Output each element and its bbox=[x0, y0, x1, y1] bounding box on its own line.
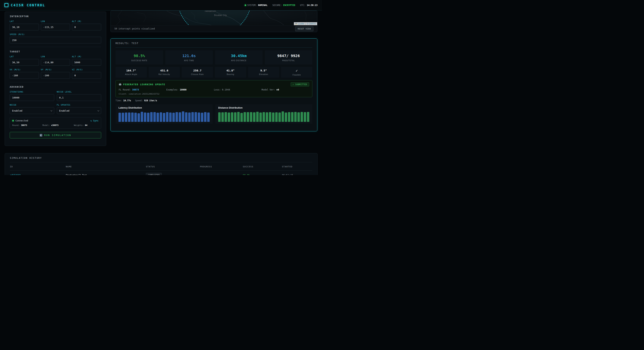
target-lon-input[interactable] bbox=[41, 59, 70, 66]
target-vx-label: VX (M/S) bbox=[10, 68, 39, 71]
interceptor-lat-input[interactable] bbox=[10, 24, 39, 30]
fl-examples-label: Examples: bbox=[166, 88, 178, 91]
noise-level-input[interactable] bbox=[57, 94, 101, 101]
control-panel: INTERCEPTOR LAT LON ALT (M) SPEED (M/S) … bbox=[5, 12, 106, 146]
histogram-bar bbox=[188, 112, 191, 122]
histogram-bar bbox=[172, 113, 175, 122]
interceptor-speed-label: SPEED (M/S) bbox=[10, 33, 101, 36]
histogram-bar bbox=[218, 112, 221, 122]
results-panel: RESULTS: TEST 98.5% SUCCESS RATE 121.6s … bbox=[110, 39, 317, 131]
engagement-range-ring bbox=[177, 11, 252, 25]
history-title: SIMULATION HISTORY bbox=[10, 156, 312, 159]
fl-updates-select-label: FL UPDATES bbox=[57, 104, 101, 106]
histogram-bar bbox=[141, 112, 143, 122]
histogram-bar bbox=[269, 112, 271, 122]
stat-success-rate: 98.5% SUCCESS RATE bbox=[116, 50, 163, 65]
histogram-bar bbox=[122, 113, 124, 122]
app-title: C4ISR CONTROL bbox=[11, 3, 45, 7]
fl-connection-status: Connected ↻ Sync Round: 38873 Model: v38… bbox=[10, 117, 101, 128]
check-icon: ✓ bbox=[296, 69, 298, 73]
map-city-label-boulder-city: Boulder City bbox=[214, 14, 227, 17]
histogram-bar bbox=[291, 112, 294, 122]
histogram-bar bbox=[288, 112, 290, 122]
stat-label: Closure Rate bbox=[191, 73, 204, 75]
run-simulation-button[interactable]: ▶ RUN SIMULATION bbox=[10, 132, 101, 138]
header-row-divider bbox=[10, 170, 312, 170]
noise-select[interactable]: Enabled bbox=[10, 107, 54, 114]
top-header: C4ISR CONTROL SYSTEM: NOMINAL SECURE: EN… bbox=[0, 0, 322, 11]
interceptor-speed-input[interactable] bbox=[10, 37, 101, 44]
col-id: ID bbox=[10, 165, 66, 168]
latency-distribution-chart: Latency Distribution bbox=[116, 104, 212, 124]
model-label: Model: bbox=[42, 124, 50, 126]
utc-label: UTC: bbox=[300, 4, 306, 7]
histogram-bar bbox=[118, 113, 121, 122]
target-lat-input[interactable] bbox=[10, 59, 39, 66]
target-vz-input[interactable] bbox=[72, 72, 101, 79]
reset-view-button[interactable]: RESET VIEW bbox=[295, 26, 314, 31]
advanced-section-title: ADVANCED bbox=[10, 85, 101, 88]
histogram-bar bbox=[134, 113, 137, 122]
stat-value: 98.5% bbox=[134, 54, 145, 58]
sync-button[interactable]: ↻ Sync bbox=[90, 119, 98, 122]
attr-separator: | bbox=[305, 23, 306, 25]
time-label: Time: bbox=[116, 99, 122, 102]
stat-feasible: ✓ Feasible bbox=[281, 67, 312, 78]
fl-model-ver-value: v0 bbox=[276, 88, 279, 91]
interceptor-lat-label: LAT bbox=[10, 20, 39, 22]
histogram-bar bbox=[282, 111, 284, 122]
stat-label: AVG DISTANCE bbox=[231, 60, 246, 62]
results-title: RESULTS: TEST bbox=[116, 42, 312, 45]
iterations-label: ITERATIONS bbox=[10, 91, 54, 93]
robot-icon bbox=[119, 83, 122, 86]
stat-rel-velocity: 451.6 Rel Velocity bbox=[149, 67, 180, 78]
model-value: v38873 bbox=[51, 124, 58, 126]
distance-distribution-chart: Distance Distribution bbox=[215, 104, 312, 124]
histogram-bar bbox=[131, 112, 134, 122]
secure-label: SECURE: bbox=[272, 4, 282, 7]
latency-histogram-bars bbox=[118, 111, 210, 122]
histogram-bar bbox=[260, 112, 262, 122]
histogram-bar bbox=[191, 112, 194, 122]
map-attribution: Leaflet | © CARTO bbox=[294, 22, 317, 25]
fl-model-ver-label: Model Ver: bbox=[262, 88, 275, 91]
carto-link[interactable]: © CARTO bbox=[307, 23, 316, 25]
target-vx-input[interactable] bbox=[10, 72, 39, 79]
round-label: Round: bbox=[12, 124, 20, 126]
target-lat-label: LAT bbox=[10, 55, 39, 58]
stat-value: 250.7 bbox=[193, 69, 202, 72]
histogram-bar bbox=[144, 112, 146, 122]
histogram-bar bbox=[266, 112, 268, 122]
histogram-bar bbox=[224, 112, 227, 122]
sync-icon: ↻ bbox=[90, 119, 92, 122]
leaflet-link[interactable]: Leaflet bbox=[298, 23, 304, 25]
distance-histogram-bars bbox=[218, 111, 309, 122]
fl-round-value: 38873 bbox=[132, 88, 139, 91]
map-city-label-henderson: Henderson bbox=[205, 11, 216, 13]
row-id-link[interactable]: ad5f4669... bbox=[10, 174, 66, 175]
histogram-bar bbox=[147, 113, 150, 122]
target-vy-input[interactable] bbox=[41, 72, 70, 79]
histogram-bar bbox=[300, 112, 303, 122]
table-row[interactable]: ad5f4669... Production FL Test COMPLETED… bbox=[10, 173, 312, 175]
chevron-down-icon bbox=[98, 109, 99, 111]
target-alt-input[interactable] bbox=[72, 59, 101, 66]
histogram-bar bbox=[237, 112, 240, 122]
interceptor-alt-input[interactable] bbox=[72, 24, 101, 30]
system-value: NOMINAL bbox=[258, 4, 268, 7]
stat-value: 41.8° bbox=[226, 69, 234, 72]
histogram-bar bbox=[198, 112, 200, 122]
weights-value: 64 bbox=[85, 124, 88, 126]
speed-value: 928 iter/s bbox=[144, 99, 157, 102]
interceptor-lon-input[interactable] bbox=[41, 24, 70, 30]
fl-updates-select[interactable]: Enabled bbox=[57, 107, 101, 114]
histogram-bar bbox=[222, 112, 224, 122]
stat-label: SUCCESS RATE bbox=[131, 60, 148, 62]
stat-value: 164.7° bbox=[126, 69, 136, 72]
map-canvas[interactable]: Henderson Boulder City Leaflet | © CARTO bbox=[111, 11, 317, 25]
stat-elevation: 9.5° Elevation bbox=[248, 67, 279, 78]
chevron-down-icon bbox=[50, 109, 52, 111]
connected-dot-icon bbox=[12, 120, 14, 121]
histogram-bar bbox=[231, 112, 233, 122]
iterations-input[interactable] bbox=[10, 94, 54, 101]
